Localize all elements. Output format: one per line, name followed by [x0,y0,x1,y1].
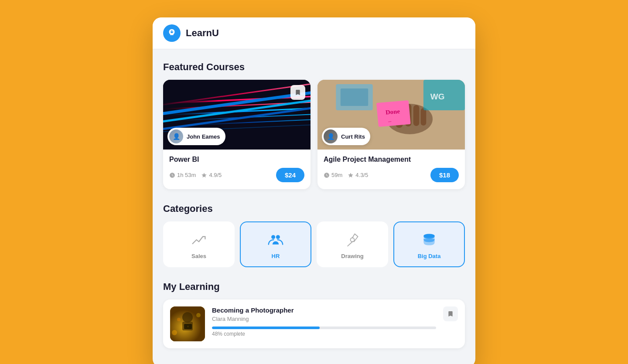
rating-1: 4.9/5 [201,172,222,178]
category-label-drawing: Drawing [341,253,363,259]
category-icon-sales [190,231,208,248]
header: LearnU [153,17,475,49]
svg-point-21 [276,235,280,239]
category-card-hr[interactable]: HR [240,221,311,267]
course-thumbnail-1: 👤 John Eames [163,80,311,150]
bookmark-icon-learning [447,310,454,317]
course-card-power-bi[interactable]: 👤 John Eames Power BI 1h 53m [163,80,311,189]
rating-value-2: 4.3/5 [355,172,368,178]
instructor-avatar-1: 👤 [169,129,183,143]
logo-icon [167,28,177,38]
course-meta-2: 59m 4.3/5 $18 [324,168,459,182]
categories-grid: Sales HR [163,221,465,267]
categories-section-title: Categories [163,203,465,214]
course-card-agile[interactable]: Done _ WG 👤 Curt Rits [317,80,465,189]
app-container: LearnU Featured Courses [153,17,475,364]
category-card-sales[interactable]: Sales [163,221,235,267]
bookmark-icon-1 [294,89,301,96]
course-thumbnail-2: Done _ WG 👤 Curt Rits [317,80,465,150]
progress-bar-container [212,327,436,329]
rating-2: 4.3/5 [348,172,368,178]
category-icon-hr [267,231,284,248]
progress-label: 48% complete [212,331,436,337]
svg-point-34 [196,313,201,317]
category-icon-drawing [344,231,361,248]
star-icon-1 [201,172,207,178]
star-icon-2 [348,172,354,178]
duration-1: 1h 53m [169,172,196,178]
price-button-2[interactable]: $18 [430,168,459,182]
course-info-1: Power BI 1h 53m 4.9/5 $24 [163,150,311,189]
bookmark-button-1[interactable] [290,85,305,100]
learning-info: Becoming a Photographer Clara Manning 48… [212,306,436,337]
app-title: LearnU [186,27,219,39]
learning-bookmark-button[interactable] [443,306,458,321]
course-meta-1: 1h 53m 4.9/5 $24 [169,168,304,182]
rating-value-1: 4.9/5 [209,172,222,178]
svg-text:WG: WG [430,92,445,101]
pen-tool-icon [345,232,360,248]
instructor-name-1: John Eames [187,133,220,140]
svg-rect-14 [421,108,427,126]
svg-text:Done: Done [385,108,400,116]
svg-point-35 [177,318,181,321]
category-label-hr: HR [272,253,280,259]
duration-value-2: 59m [331,172,342,178]
chart-icon [191,232,207,248]
categories-section: Categories Sales [163,203,465,267]
courses-grid: 👤 John Eames Power BI 1h 53m [163,80,465,189]
instructor-name-2: Curt Rits [341,133,365,140]
svg-point-22 [351,238,355,242]
featured-section-title: Featured Courses [163,61,465,73]
svg-point-28 [182,312,193,323]
learning-course-title: Becoming a Photographer [212,306,436,314]
instructor-badge-2: 👤 Curt Rits [322,128,370,145]
main-content: Featured Courses [153,49,475,364]
database-icon [421,232,437,248]
duration-value-1: 1h 53m [177,172,196,178]
svg-rect-13 [413,105,420,126]
course-info-2: Agile Project Management 59m 4.3/5 $18 [317,150,465,189]
svg-point-20 [271,235,275,239]
category-label-sales: Sales [191,253,206,259]
learning-card-photographer[interactable]: Becoming a Photographer Clara Manning 48… [163,299,465,348]
instructor-avatar-2: 👤 [324,129,338,143]
category-icon-bigdata [420,231,438,248]
course-name-1: Power BI [169,156,304,163]
svg-point-32 [187,326,189,327]
svg-rect-25 [423,239,434,242]
duration-2: 59m [324,172,342,178]
app-logo [163,24,181,42]
clock-icon-1 [169,172,175,178]
photographer-image [170,306,205,341]
course-name-2: Agile Project Management [324,156,459,163]
category-card-bigdata[interactable]: Big Data [393,221,465,267]
progress-bar-fill [212,327,320,329]
price-button-1[interactable]: $24 [276,168,304,182]
thumbnail-inner [170,306,205,341]
people-icon [268,232,283,248]
my-learning-title: My Learning [163,281,465,293]
learning-instructor: Clara Manning [212,316,436,322]
svg-rect-9 [341,88,368,106]
my-learning-section: My Learning [163,281,465,348]
instructor-badge-1: 👤 John Eames [167,128,225,145]
svg-point-33 [172,330,177,335]
category-label-bigdata: Big Data [418,253,441,259]
category-card-drawing[interactable]: Drawing [317,221,388,267]
clock-icon-2 [324,172,330,178]
featured-courses-section: Featured Courses [163,61,465,189]
learning-thumbnail [170,306,205,341]
